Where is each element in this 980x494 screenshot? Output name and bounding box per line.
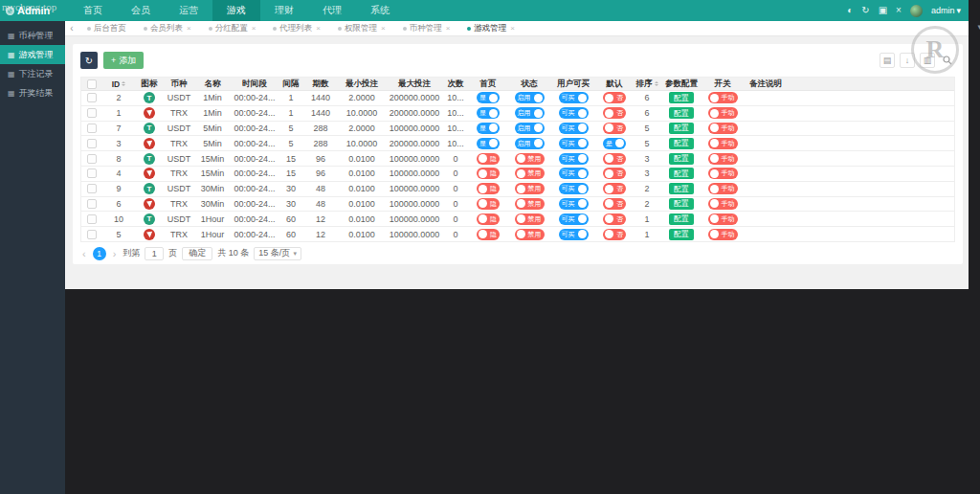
config-button[interactable]: 配置 [669, 183, 694, 194]
tab-close-icon[interactable]: × [252, 24, 256, 33]
switch-toggle[interactable]: 手动 [708, 198, 738, 210]
user-buyable-toggle[interactable]: 可买 [559, 92, 589, 103]
status-toggle[interactable]: 启用 [515, 107, 545, 119]
switch-toggle[interactable]: 手动 [708, 138, 738, 149]
home-toggle[interactable]: 显 [477, 107, 500, 119]
avatar[interactable] [910, 5, 923, 17]
row-checkbox[interactable] [87, 139, 97, 148]
switch-toggle[interactable]: 手动 [708, 183, 738, 194]
nav-item-0[interactable]: 首页 [69, 0, 117, 21]
row-checkbox[interactable] [87, 168, 97, 178]
config-button[interactable]: 配置 [669, 123, 694, 134]
user-buyable-toggle[interactable]: 可买 [559, 213, 589, 225]
nav-item-5[interactable]: 代理 [308, 0, 356, 21]
status-toggle[interactable]: 禁用 [515, 153, 545, 165]
status-toggle[interactable]: 禁用 [515, 229, 545, 240]
default-toggle[interactable]: 是 [603, 138, 626, 149]
select-all-checkbox[interactable] [87, 79, 97, 89]
user-buyable-toggle[interactable]: 可买 [559, 168, 589, 179]
default-toggle[interactable]: 否 [603, 213, 626, 225]
tab-3[interactable]: 代理列表× [264, 21, 329, 36]
config-button[interactable]: 配置 [669, 153, 694, 165]
config-button[interactable]: 配置 [669, 198, 694, 210]
export-icon[interactable]: ↓ [900, 53, 915, 68]
user-buyable-toggle[interactable]: 可买 [559, 138, 589, 149]
user-buyable-toggle[interactable]: 可买 [559, 107, 589, 119]
sort-icon[interactable] [122, 79, 125, 88]
row-checkbox[interactable] [87, 184, 97, 193]
panel-icon[interactable]: ▣ [879, 0, 887, 21]
status-toggle[interactable]: 禁用 [515, 183, 545, 194]
config-button[interactable]: 配置 [669, 229, 694, 240]
page-size-select[interactable]: 15 条/页 ▾ [254, 247, 301, 260]
sidebar-item-3[interactable]: ▦开奖结果 [0, 83, 65, 102]
switch-toggle[interactable]: 手动 [708, 213, 738, 225]
status-toggle[interactable]: 禁用 [515, 198, 545, 210]
page-number-active[interactable]: 1 [93, 247, 106, 260]
filter-columns-icon[interactable]: ▤ [880, 53, 895, 68]
user-buyable-toggle[interactable]: 可买 [559, 183, 589, 194]
jump-page-input[interactable]: 1 [145, 247, 164, 260]
row-checkbox[interactable] [87, 230, 97, 239]
row-checkbox[interactable] [87, 214, 97, 224]
row-checkbox[interactable] [87, 199, 97, 209]
tab-close-icon[interactable]: × [446, 24, 451, 33]
user-buyable-toggle[interactable]: 可买 [559, 198, 589, 210]
switch-toggle[interactable]: 手动 [708, 123, 738, 134]
tab-6[interactable]: 游戏管理× [458, 21, 523, 36]
search-icon[interactable] [940, 53, 955, 68]
tabs-scroll-left-icon[interactable]: ‹ [65, 23, 78, 34]
default-toggle[interactable]: 否 [603, 229, 626, 240]
switch-toggle[interactable]: 手动 [708, 92, 738, 103]
refresh-icon[interactable]: ↻ [861, 0, 869, 21]
home-toggle[interactable]: 隐 [477, 168, 500, 179]
next-page-button[interactable]: › [111, 248, 119, 259]
status-toggle[interactable]: 启用 [515, 138, 545, 149]
default-toggle[interactable]: 否 [603, 123, 626, 134]
home-toggle[interactable]: 显 [477, 123, 500, 134]
add-button[interactable]: + 添加 [103, 52, 144, 69]
tab-close-icon[interactable]: × [316, 24, 321, 33]
nav-item-1[interactable]: 会员 [117, 0, 165, 21]
default-toggle[interactable]: 否 [603, 107, 626, 119]
row-checkbox[interactable] [87, 108, 97, 118]
tab-0[interactable]: 后台首页 [78, 21, 135, 36]
home-toggle[interactable]: 隐 [477, 213, 500, 225]
user-menu[interactable]: admin ▾ [931, 6, 961, 15]
status-toggle[interactable]: 禁用 [515, 213, 545, 225]
tab-1[interactable]: 会员列表× [135, 21, 200, 36]
tab-close-icon[interactable]: × [187, 24, 191, 33]
sort-icon[interactable] [655, 79, 658, 88]
row-checkbox[interactable] [87, 93, 97, 102]
theme-icon[interactable]: ◐ [847, 0, 853, 21]
tab-close-icon[interactable]: × [510, 24, 515, 33]
tab-5[interactable]: 币种管理× [394, 21, 459, 36]
config-button[interactable]: 配置 [669, 168, 694, 179]
status-toggle[interactable]: 启用 [515, 123, 545, 134]
nav-item-3[interactable]: 游戏 [212, 0, 260, 21]
nav-item-4[interactable]: 理财 [260, 0, 308, 21]
config-button[interactable]: 配置 [669, 107, 694, 119]
print-icon[interactable]: ▥ [920, 53, 935, 68]
nav-item-2[interactable]: 运营 [165, 0, 212, 21]
user-buyable-toggle[interactable]: 可买 [559, 123, 589, 134]
default-toggle[interactable]: 否 [603, 92, 626, 103]
sidebar-item-2[interactable]: ▦下注记录 [0, 64, 65, 83]
status-toggle[interactable]: 禁用 [515, 168, 545, 179]
default-toggle[interactable]: 否 [603, 153, 626, 165]
tab-2[interactable]: 分红配置× [200, 21, 265, 36]
tab-close-icon[interactable]: × [381, 24, 386, 33]
default-toggle[interactable]: 否 [603, 168, 626, 179]
home-toggle[interactable]: 显 [477, 138, 500, 149]
default-toggle[interactable]: 否 [603, 183, 626, 194]
refresh-button[interactable]: ↻ [80, 52, 98, 69]
config-button[interactable]: 配置 [669, 138, 694, 149]
prev-page-button[interactable]: ‹ [80, 248, 88, 259]
switch-toggle[interactable]: 手动 [708, 153, 738, 165]
row-checkbox[interactable] [87, 154, 97, 164]
home-toggle[interactable]: 隐 [477, 198, 500, 210]
row-checkbox[interactable] [87, 124, 97, 133]
close-icon[interactable]: × [896, 0, 902, 21]
sidebar-item-1[interactable]: ▦游戏管理 [0, 45, 65, 64]
user-buyable-toggle[interactable]: 可买 [559, 229, 589, 240]
